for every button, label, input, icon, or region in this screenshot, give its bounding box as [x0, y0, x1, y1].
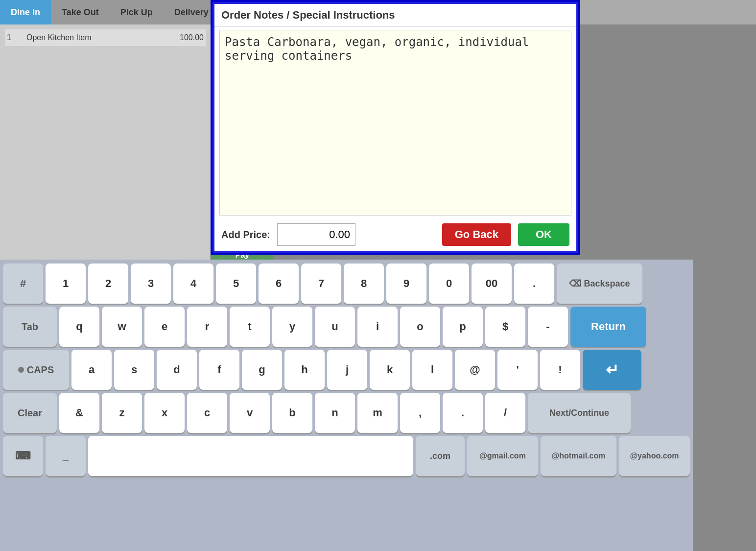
keyboard: # 1 2 3 4 5 6 7 8 9 0 00 . ⌫ Backspace T…	[0, 260, 693, 551]
keyboard-icon-key[interactable]: ⌨	[3, 436, 43, 476]
item-price: 100.00	[169, 33, 204, 42]
key-m[interactable]: m	[357, 393, 398, 433]
key-w[interactable]: w	[102, 307, 142, 347]
add-price-label: Add Price:	[221, 229, 270, 240]
key-underscore[interactable]: _	[46, 436, 86, 476]
key-z[interactable]: z	[102, 393, 142, 433]
enter-key[interactable]: ↵	[583, 350, 641, 390]
key-0[interactable]: 0	[429, 264, 469, 304]
key-s[interactable]: s	[114, 350, 154, 390]
key-hotmail[interactable]: @hotmail.com	[541, 436, 616, 476]
key-c[interactable]: c	[187, 393, 227, 433]
pick-up-button[interactable]: Pick Up	[110, 0, 164, 24]
key-9[interactable]: 9	[386, 264, 426, 304]
modal-textarea-wrap: Pasta Carbonara, vegan, organic, individ…	[214, 27, 576, 218]
caps-key[interactable]: CAPS	[3, 350, 69, 390]
key-l[interactable]: l	[412, 350, 452, 390]
key-tab[interactable]: Tab	[3, 307, 57, 347]
key-v[interactable]: v	[230, 393, 270, 433]
key-minus[interactable]: -	[528, 307, 568, 347]
key-ampersand[interactable]: &	[59, 393, 99, 433]
key-d[interactable]: d	[157, 350, 197, 390]
key-a[interactable]: a	[71, 350, 112, 390]
key-slash[interactable]: /	[485, 393, 525, 433]
key-o[interactable]: o	[400, 307, 440, 347]
key-quote[interactable]: '	[497, 350, 538, 390]
key-e[interactable]: e	[144, 307, 185, 347]
key-hash[interactable]: #	[3, 264, 43, 304]
key-00[interactable]: 00	[472, 264, 512, 304]
return-key[interactable]: Return	[570, 307, 646, 347]
key-comma[interactable]: ,	[400, 393, 440, 433]
table-row[interactable]: 1 Open Kitchen Item 100.00	[5, 29, 206, 46]
add-price-input[interactable]	[277, 223, 355, 246]
modal-title: Order Notes / Special Instructions	[214, 4, 576, 27]
keyboard-row-5: ⌨ _ .com @gmail.com @hotmail.com @yahoo.…	[3, 436, 690, 476]
order-notes-textarea[interactable]: Pasta Carbonara, vegan, organic, individ…	[219, 30, 571, 216]
key-n[interactable]: n	[315, 393, 355, 433]
key-gmail[interactable]: @gmail.com	[467, 436, 538, 476]
modal-footer: Add Price: Go Back OK	[214, 218, 576, 251]
key-i[interactable]: i	[357, 307, 398, 347]
ok-button[interactable]: OK	[518, 223, 569, 246]
keyboard-row-3: CAPS a s d f g h j k l @ ' ! ↵	[3, 350, 690, 390]
key-2[interactable]: 2	[88, 264, 128, 304]
keyboard-row-4: Clear & z x c v b n m , . / Next/Continu…	[3, 393, 690, 433]
key-dotcom[interactable]: .com	[416, 436, 465, 476]
key-period[interactable]: .	[443, 393, 483, 433]
take-out-button[interactable]: Take Out	[51, 0, 110, 24]
key-g[interactable]: g	[242, 350, 282, 390]
keyboard-row-2: Tab q w e r t y u i o p $ - Return	[3, 307, 690, 347]
key-3[interactable]: 3	[131, 264, 171, 304]
key-u[interactable]: u	[315, 307, 355, 347]
key-p[interactable]: p	[443, 307, 483, 347]
key-7[interactable]: 7	[301, 264, 341, 304]
key-j[interactable]: j	[327, 350, 367, 390]
key-t[interactable]: t	[230, 307, 270, 347]
key-dollar[interactable]: $	[485, 307, 525, 347]
order-list: 1 Open Kitchen Item 100.00	[0, 24, 211, 52]
key-8[interactable]: 8	[344, 264, 384, 304]
key-1[interactable]: 1	[46, 264, 86, 304]
keyboard-row-1: # 1 2 3 4 5 6 7 8 9 0 00 . ⌫ Backspace	[3, 264, 690, 304]
item-qty: 1	[7, 33, 26, 42]
next-continue-key[interactable]: Next/Continue	[528, 393, 631, 433]
key-4[interactable]: 4	[173, 264, 213, 304]
key-h[interactable]: h	[284, 350, 325, 390]
caps-indicator	[18, 367, 24, 373]
key-x[interactable]: x	[144, 393, 185, 433]
space-key[interactable]	[88, 436, 413, 476]
key-at[interactable]: @	[455, 350, 495, 390]
key-exclamation[interactable]: !	[540, 350, 580, 390]
key-dot-num[interactable]: .	[514, 264, 554, 304]
key-r[interactable]: r	[187, 307, 227, 347]
key-6[interactable]: 6	[259, 264, 299, 304]
key-y[interactable]: y	[272, 307, 312, 347]
dine-in-button[interactable]: Dine In	[0, 0, 51, 24]
clear-key[interactable]: Clear	[3, 393, 57, 433]
key-k[interactable]: k	[370, 350, 410, 390]
key-f[interactable]: f	[199, 350, 239, 390]
order-notes-modal: Order Notes / Special Instructions Pasta…	[211, 0, 580, 255]
key-5[interactable]: 5	[216, 264, 256, 304]
backspace-key[interactable]: ⌫ Backspace	[557, 264, 642, 304]
key-yahoo[interactable]: @yahoo.com	[619, 436, 690, 476]
item-name: Open Kitchen Item	[26, 33, 169, 42]
key-q[interactable]: q	[59, 307, 99, 347]
key-b[interactable]: b	[272, 393, 312, 433]
go-back-button[interactable]: Go Back	[442, 223, 511, 246]
